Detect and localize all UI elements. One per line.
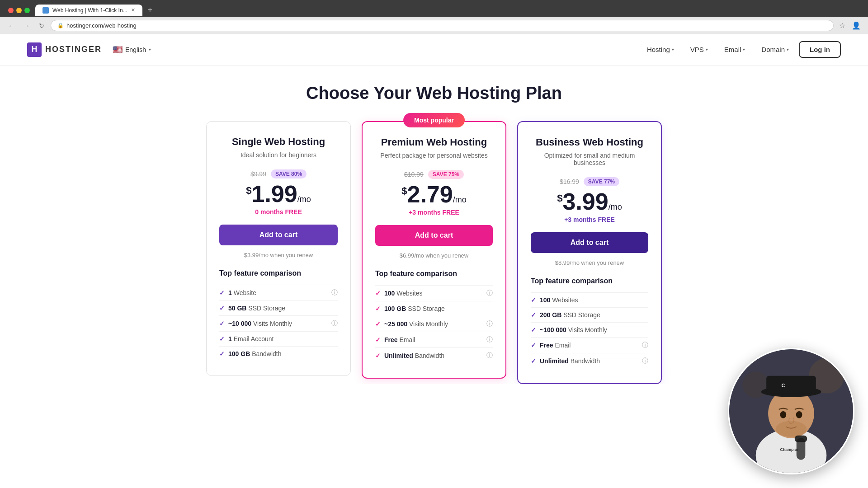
plan-single-price: $1.99/mo [219, 182, 338, 206]
feature-label: SSD Storage [248, 305, 285, 312]
plan-business-original-price: $16.99 [560, 178, 579, 185]
plan-card-single: Single Web Hosting Ideal solution for be… [206, 121, 351, 376]
logo-link[interactable]: H HOSTINGER [27, 42, 102, 57]
tab-close-button[interactable]: ✕ [131, 7, 135, 13]
info-icon[interactable]: ⓘ [642, 341, 648, 349]
feature-label: Visits Monthly [568, 326, 607, 333]
check-icon: ✓ [375, 320, 381, 328]
language-label: English [125, 46, 146, 53]
plan-business-feature-3: ✓ ~100 000 Visits Monthly [531, 322, 648, 337]
address-bar[interactable]: 🔒 hostinger.com/web-hosting [51, 20, 834, 31]
nav-item-email[interactable]: Email ▾ [718, 42, 752, 57]
feature-num: 1 [228, 289, 232, 296]
plan-single-add-to-cart-button[interactable]: Add to cart [219, 225, 338, 245]
browser-tabs: Web Hosting | With 1-Click In... ✕ + [0, 4, 868, 17]
info-icon[interactable]: ⓘ [642, 357, 648, 365]
logo-text: HOSTINGER [45, 45, 102, 54]
plan-single-period: /mo [297, 195, 311, 204]
plan-business-price: $3.99/mo [531, 190, 648, 213]
plan-single-feature-5: ✓ 100 GB Bandwidth [219, 346, 338, 361]
plan-business-feature-1: ✓ 100 Websites [531, 292, 648, 307]
language-selector[interactable]: 🇺🇸 English ▾ [113, 45, 151, 55]
check-icon: ✓ [219, 289, 225, 296]
plan-business-renew-price: $8.99/mo when you renew [531, 259, 648, 266]
main-content: Choose Your Web Hosting Plan Single Web … [0, 66, 868, 384]
fullscreen-dot[interactable] [24, 8, 30, 13]
plan-business-feature-5: ✓ Unlimited Bandwidth ⓘ [531, 353, 648, 369]
feature-label: Email Account [234, 335, 274, 343]
browser-tab[interactable]: Web Hosting | With 1-Click In... ✕ [35, 5, 142, 16]
webcam-overlay: Champion C [728, 348, 854, 384]
plan-premium-subtitle: Perfect package for personal websites [375, 152, 493, 159]
info-icon[interactable]: ⓘ [331, 289, 338, 297]
check-icon: ✓ [219, 305, 225, 312]
plan-premium-feature-1: ✓ 100 Websites ⓘ [375, 285, 493, 301]
info-icon[interactable]: ⓘ [331, 319, 338, 328]
new-tab-button[interactable]: + [144, 4, 156, 17]
plan-premium-period: /mo [453, 195, 467, 204]
plan-premium-free-months: +3 months FREE [375, 209, 493, 216]
forward-button[interactable]: → [21, 20, 33, 31]
plan-card-business: Business Web Hosting Optimized for small… [517, 121, 662, 384]
nav-item-hosting[interactable]: Hosting ▾ [641, 42, 680, 57]
plan-business-save-badge: SAVE 77% [584, 177, 619, 186]
check-icon: ✓ [375, 336, 381, 343]
feature-num: 100 GB [384, 305, 406, 312]
plan-business-currency: $ [557, 192, 562, 204]
tab-favicon [42, 7, 49, 14]
plan-single-free-months: 0 months FREE [219, 208, 338, 216]
bookmark-icon[interactable]: ☆ [837, 19, 847, 32]
feature-num: Unlimited [540, 357, 569, 365]
info-icon[interactable]: ⓘ [486, 289, 493, 297]
plan-single-price-row: $9.99 SAVE 80% [219, 169, 338, 178]
page: H HOSTINGER 🇺🇸 English ▾ Hosting ▾ VPS ▾… [0, 34, 868, 384]
check-icon: ✓ [531, 357, 536, 365]
feature-num: ~25 000 [384, 320, 407, 328]
info-icon[interactable]: ⓘ [486, 352, 493, 360]
feature-label: Bandwidth [571, 357, 600, 365]
plan-premium-save-badge: SAVE 75% [428, 170, 464, 179]
check-icon: ✓ [219, 320, 225, 327]
info-icon[interactable]: ⓘ [486, 320, 493, 328]
plan-business-title: Business Web Hosting [531, 136, 648, 148]
feature-num: Free [384, 336, 398, 343]
check-icon: ✓ [531, 342, 536, 349]
close-dot[interactable] [8, 8, 14, 13]
minimize-dot[interactable] [16, 8, 22, 13]
info-icon[interactable]: ⓘ [486, 336, 493, 344]
plan-single-currency: $ [246, 185, 251, 197]
check-icon: ✓ [531, 326, 536, 333]
plan-premium-features-title: Top feature comparison [375, 270, 493, 278]
plan-single-title: Single Web Hosting [219, 136, 338, 148]
feature-num: ~10 000 [228, 320, 251, 327]
feature-label: Bandwidth [252, 350, 281, 357]
svg-text:C: C [781, 383, 785, 384]
refresh-button[interactable]: ↻ [36, 20, 47, 31]
back-button[interactable]: ← [5, 20, 17, 31]
plan-single-subtitle: Ideal solution for beginners [219, 151, 338, 159]
browser-toolbar: ← → ↻ 🔒 hostinger.com/web-hosting ☆ 👤 [0, 17, 868, 34]
feature-num: 100 GB [228, 350, 250, 357]
nav-item-domain[interactable]: Domain ▾ [755, 42, 795, 57]
feature-label: SSD Storage [408, 305, 445, 312]
plan-premium-add-to-cart-button[interactable]: Add to cart [375, 225, 493, 246]
plan-business-add-to-cart-button[interactable]: Add to cart [531, 232, 648, 253]
check-icon: ✓ [375, 290, 381, 297]
feature-label: SSD Storage [563, 311, 600, 319]
plan-single-amount: 1.99 [252, 181, 297, 207]
nav-domain-label: Domain [761, 46, 785, 53]
svg-rect-8 [766, 376, 816, 384]
feature-label: Website [234, 289, 256, 296]
incognito-icon[interactable]: 👤 [850, 19, 863, 32]
nav-hosting-chevron-icon: ▾ [672, 47, 674, 52]
main-nav: Hosting ▾ VPS ▾ Email ▾ Domain ▾ Log in [641, 41, 841, 58]
nav-item-vps[interactable]: VPS ▾ [684, 42, 714, 57]
flag-icon: 🇺🇸 [113, 45, 123, 55]
url-text: hostinger.com/web-hosting [66, 22, 137, 29]
feature-num: 100 [540, 296, 550, 304]
login-button[interactable]: Log in [799, 41, 841, 58]
plan-premium-price-row: $10.99 SAVE 75% [375, 170, 493, 179]
toolbar-actions: ☆ 👤 [837, 19, 863, 32]
plan-premium-feature-2: ✓ 100 GB SSD Storage [375, 301, 493, 316]
plan-premium-feature-3: ✓ ~25 000 Visits Monthly ⓘ [375, 316, 493, 332]
